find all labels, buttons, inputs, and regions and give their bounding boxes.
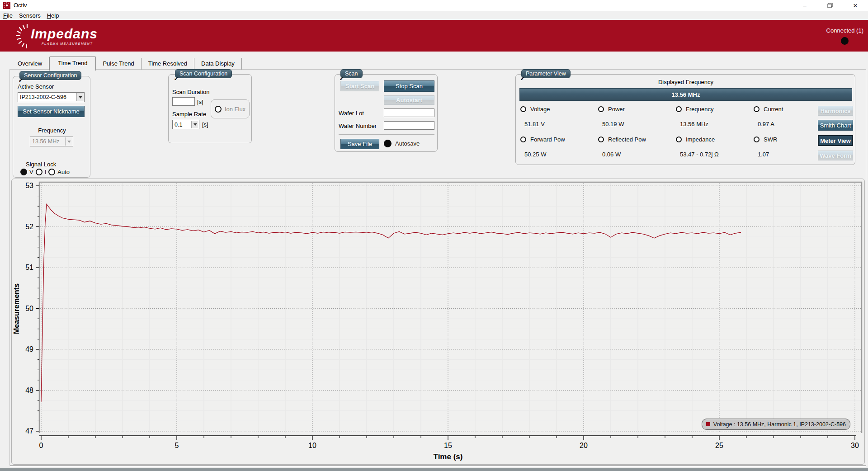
title-bar: Octiv – ✕: [0, 0, 868, 11]
signal-lock-auto-label: Auto: [57, 169, 70, 175]
active-sensor-value: IP213-2002-C-596: [20, 94, 66, 100]
meter-view-button[interactable]: Meter View: [818, 135, 853, 146]
current-radio[interactable]: [754, 106, 760, 112]
autostart-button: Autostart: [384, 95, 434, 105]
scan-configuration-title: Scan Configuration: [179, 71, 227, 77]
power-value: 50.19 W: [602, 121, 676, 127]
frequency-param-value: 13.56 MHz: [680, 121, 754, 127]
reflected-pow-radio[interactable]: [598, 137, 604, 142]
frequency-radio[interactable]: [676, 106, 682, 112]
set-sensor-nickname-button[interactable]: Set Sensor Nickname: [18, 106, 85, 117]
reflected-pow-value: 0.06 W: [602, 151, 676, 158]
displayed-frequency-bar: 13.56 MHz: [519, 88, 852, 101]
wafer-number-label: Wafer Number: [339, 122, 377, 129]
scan-duration-unit: [s]: [197, 99, 203, 105]
check-icon: ✔: [340, 76, 344, 82]
sample-rate-unit: [s]: [202, 121, 208, 128]
connection-status: Connected (1): [826, 27, 863, 34]
svg-text:0: 0: [39, 442, 43, 449]
forward-pow-radio[interactable]: [520, 137, 526, 142]
minimize-button[interactable]: –: [792, 0, 817, 11]
tab-bar: Overview Time Trend Pulse Trend Time Res…: [11, 57, 242, 70]
parameter-view-title: Parameter View: [526, 71, 566, 77]
svg-text:20: 20: [580, 442, 588, 449]
svg-text:30: 30: [851, 442, 859, 449]
power-label: Power: [608, 106, 625, 113]
ion-flux-box: Ion Flux: [211, 99, 250, 118]
chart-legend: Voltage : 13.56 MHz, Harmonic 1, IP213-2…: [702, 419, 850, 430]
svg-text:5: 5: [175, 442, 179, 449]
reflected-pow-label: Reflected Pow: [608, 136, 646, 143]
parameter-row-2: Forward Pow Reflected Pow Impedance SWR: [520, 136, 831, 143]
svg-text:Measurements: Measurements: [13, 283, 20, 334]
window-bottom-edge: [0, 468, 868, 471]
svg-text:48: 48: [25, 386, 33, 394]
autosave-label: Autosave: [395, 140, 420, 147]
frequency-param-label: Frequency: [686, 106, 713, 113]
svg-text:52: 52: [25, 223, 33, 231]
connection-indicator-dot: [841, 37, 849, 45]
menu-file[interactable]: File: [0, 12, 16, 19]
sample-rate-select[interactable]: 0.1: [172, 120, 199, 129]
wave-form-button: Wave Form: [818, 151, 853, 160]
voltage-radio[interactable]: [520, 106, 526, 112]
svg-text:51: 51: [25, 264, 33, 271]
wafer-lot-input[interactable]: [384, 108, 434, 117]
tab-data-display[interactable]: Data Display: [194, 58, 242, 70]
chevron-down-icon[interactable]: [191, 121, 198, 128]
tab-time-resolved[interactable]: Time Resolved: [142, 58, 194, 70]
autosave-toggle[interactable]: Autosave: [384, 140, 420, 147]
stop-scan-button[interactable]: Stop Scan: [384, 80, 434, 92]
start-scan-button: Start Scan: [340, 81, 379, 91]
voltage-label: Voltage: [530, 106, 550, 113]
wafer-lot-label: Wafer Lot: [339, 110, 364, 117]
sensor-configuration-header: Sensor Configuration ✔: [19, 71, 81, 80]
menu-help[interactable]: Help: [44, 12, 62, 19]
wafer-number-input[interactable]: [384, 121, 434, 130]
signal-lock-v-radio[interactable]: [20, 169, 27, 175]
scan-configuration-header: Scan Configuration ✔: [175, 69, 232, 78]
forward-pow-label: Forward Pow: [530, 136, 565, 143]
menu-sensors[interactable]: Sensors: [16, 12, 44, 19]
scan-configuration-panel: Scan Configuration ✔ Scan Duration [s] S…: [168, 74, 252, 143]
close-button[interactable]: ✕: [843, 0, 868, 11]
swr-radio[interactable]: [754, 137, 760, 142]
power-radio[interactable]: [598, 106, 604, 112]
impedance-label: Impedance: [686, 136, 715, 143]
signal-lock-auto-radio[interactable]: [48, 169, 55, 175]
divider: [339, 134, 434, 135]
active-sensor-select[interactable]: IP213-2002-C-596: [18, 92, 85, 102]
signal-lock-i-radio[interactable]: [36, 169, 42, 175]
save-file-button[interactable]: Save File: [340, 139, 379, 149]
chevron-down-icon[interactable]: [76, 93, 84, 101]
tab-pulse-trend[interactable]: Pulse Trend: [96, 58, 141, 70]
ion-flux-label: Ion Flux: [225, 106, 245, 113]
chevron-down-icon: [65, 137, 72, 146]
parameter-view-panel: Parameter View ✔ Displayed Frequency 13.…: [515, 74, 855, 165]
signal-lock-v-label: V: [29, 169, 33, 175]
parameter-values-1: 51.81 V 50.19 W 13.56 MHz 0.97 A: [520, 121, 831, 127]
tab-time-trend[interactable]: Time Trend: [49, 57, 96, 71]
smith-chart-button[interactable]: Smith Chart: [818, 120, 853, 131]
voltage-value: 51.81 V: [524, 121, 598, 127]
sample-rate-label: Sample Rate: [172, 111, 206, 118]
impedance-radio[interactable]: [676, 137, 682, 142]
tab-overview[interactable]: Overview: [11, 58, 49, 70]
displayed-frequency-value: 13.56 MHz: [672, 91, 700, 98]
svg-text:49: 49: [25, 345, 33, 353]
displayed-frequency-label: Displayed Frequency: [516, 79, 856, 85]
check-icon: ✔: [174, 76, 178, 82]
check-icon: ✔: [520, 76, 524, 82]
window-title: Octiv: [14, 2, 27, 9]
legend-label: Voltage : 13.56 MHz, Harmonic 1, IP213-2…: [713, 421, 846, 428]
parameter-view-header: Parameter View ✔: [521, 69, 571, 78]
scan-panel: Scan ✔ Start Scan Stop Scan Autostart Wa…: [335, 74, 438, 152]
maximize-button[interactable]: [817, 0, 843, 11]
legend-swatch: [706, 422, 710, 426]
restore-icon: [827, 3, 833, 8]
scan-duration-input[interactable]: [172, 97, 195, 106]
svg-text:Time (s): Time (s): [434, 452, 463, 461]
sample-rate-value: 0.1: [175, 122, 182, 128]
svg-text:25: 25: [715, 442, 723, 449]
autosave-indicator[interactable]: [384, 140, 392, 147]
